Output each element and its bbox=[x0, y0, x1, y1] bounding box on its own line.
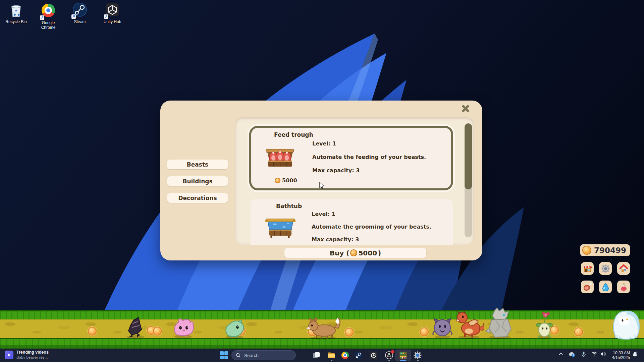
settings-button[interactable] bbox=[599, 262, 612, 275]
desktop-icon-label: Unity Hub bbox=[99, 19, 126, 24]
clock-time: 10:33 AM bbox=[606, 351, 630, 355]
creature-green-hatchling[interactable] bbox=[221, 316, 248, 339]
item-price: ✦ 5000 bbox=[275, 177, 297, 184]
steam-icon bbox=[72, 3, 88, 18]
chrome-button[interactable] bbox=[341, 351, 349, 359]
widgets-button[interactable]: Trending videos Baby beaver res... bbox=[5, 350, 49, 360]
ground-coin[interactable]: ✦ bbox=[345, 328, 354, 337]
coin-balance-value: 790499 bbox=[594, 246, 626, 255]
item-capacity: Max capacity: 3 bbox=[312, 167, 360, 174]
creature-shadow-bug[interactable] bbox=[123, 317, 148, 339]
buy-label-prefix: Buy ( bbox=[330, 249, 350, 257]
ground-coin[interactable]: ✦ bbox=[88, 327, 97, 336]
settings-app-button[interactable] bbox=[414, 351, 422, 359]
tab-buildings[interactable]: Buildings bbox=[167, 176, 228, 186]
desktop-icon-google-chrome[interactable]: Google Chrome bbox=[35, 3, 62, 30]
creature-flower-sprout[interactable] bbox=[535, 312, 554, 339]
task-view-button[interactable] bbox=[312, 351, 320, 359]
water-button[interactable] bbox=[599, 281, 612, 293]
food-button[interactable] bbox=[581, 281, 594, 293]
desktop-icon-recycle-bin[interactable]: Recycle Bin bbox=[3, 3, 30, 24]
obs-button[interactable] bbox=[385, 351, 393, 359]
taskbar bbox=[0, 349, 644, 362]
running-indicator bbox=[331, 360, 332, 361]
potion-icon bbox=[619, 283, 628, 292]
bell-sleep-icon: z bbox=[632, 351, 638, 358]
recycle-bin-icon bbox=[8, 3, 24, 18]
tray-chevron-up[interactable] bbox=[558, 351, 564, 358]
tab-decorations[interactable]: Decorations bbox=[167, 193, 228, 203]
creature-yeti[interactable] bbox=[610, 308, 643, 340]
shop-button[interactable] bbox=[581, 262, 594, 275]
coin-icon: ✦ bbox=[275, 178, 280, 183]
desktop-icon-steam[interactable]: Steam bbox=[66, 3, 93, 24]
home-button[interactable] bbox=[617, 262, 630, 275]
running-indicator bbox=[388, 360, 390, 361]
tray-volume[interactable] bbox=[600, 351, 606, 358]
beastkeepers-game-icon bbox=[399, 351, 407, 359]
ground-coin[interactable]: ✦ bbox=[153, 327, 162, 336]
coin-icon: ✦ bbox=[350, 249, 357, 256]
microphone-icon bbox=[581, 351, 586, 357]
steam-icon bbox=[355, 351, 363, 359]
tray-microphone[interactable] bbox=[581, 351, 586, 359]
clock-date: 4/15/2025 bbox=[606, 355, 630, 360]
item-level: Level: 1 bbox=[312, 211, 335, 217]
item-name: Feed trough bbox=[274, 131, 313, 138]
unity-hub-icon bbox=[105, 3, 120, 18]
chrome-icon bbox=[41, 4, 56, 19]
notification-dot bbox=[391, 350, 394, 354]
creature-fox[interactable] bbox=[305, 314, 344, 340]
mouse-cursor bbox=[319, 182, 325, 189]
task-view-icon bbox=[312, 351, 320, 359]
svg-text:z: z bbox=[636, 351, 638, 353]
desktop-icon-unity-hub[interactable]: Unity Hub bbox=[99, 3, 126, 24]
scrollbar-track[interactable] bbox=[465, 123, 472, 237]
settings-gear-icon bbox=[414, 351, 422, 359]
creature-rock-golem[interactable] bbox=[485, 308, 515, 339]
coin-icon: ✦ bbox=[582, 246, 591, 255]
tray-onedrive[interactable]: i bbox=[568, 351, 576, 359]
chrome-icon bbox=[341, 352, 349, 359]
item-level: Level: 1 bbox=[312, 140, 336, 147]
ground-coin[interactable]: ✦ bbox=[420, 327, 429, 336]
unity-hub-button[interactable] bbox=[370, 351, 378, 359]
wifi-icon bbox=[591, 351, 597, 357]
buy-amount: 5000 bbox=[358, 249, 377, 257]
close-icon bbox=[461, 104, 471, 114]
buy-button[interactable]: Buy ( ✦ 5000 ) bbox=[284, 248, 426, 258]
steam-button[interactable] bbox=[355, 351, 363, 359]
item-description: Automate the grooming of your beasts. bbox=[312, 224, 431, 230]
search-input[interactable] bbox=[244, 353, 288, 358]
item-name: Bathtub bbox=[276, 203, 302, 209]
buy-label-suffix: ) bbox=[378, 249, 381, 257]
start-button[interactable] bbox=[220, 351, 228, 359]
desktop-icon-label: Steam bbox=[66, 19, 93, 24]
taskbar-search[interactable] bbox=[231, 350, 296, 360]
home-icon bbox=[619, 264, 628, 273]
creature-red-dragon[interactable] bbox=[453, 311, 484, 339]
file-explorer-icon bbox=[327, 351, 335, 359]
taskbar-clock[interactable]: 10:33 AM 4/15/2025 bbox=[606, 351, 630, 360]
file-explorer-button[interactable] bbox=[327, 351, 335, 359]
ground-coin[interactable]: ✦ bbox=[574, 327, 583, 336]
coin-balance: ✦ 790499 bbox=[580, 244, 630, 256]
widget-subtitle: Baby beaver res... bbox=[16, 355, 49, 360]
unity-hub-icon bbox=[370, 351, 378, 359]
tray-wifi[interactable] bbox=[591, 351, 597, 358]
bathtub-image bbox=[265, 215, 297, 240]
tray-notifications[interactable]: z bbox=[632, 351, 638, 359]
beastkeepers-game-button[interactable] bbox=[399, 351, 407, 359]
chevron-up-icon bbox=[558, 351, 564, 357]
shop-item-bathtub[interactable]: Bathtub Level: 1 Automate the grooming o… bbox=[251, 199, 453, 245]
potion-button[interactable] bbox=[617, 281, 630, 293]
speaker-icon bbox=[600, 351, 606, 357]
search-icon bbox=[236, 353, 240, 358]
close-button[interactable] bbox=[459, 102, 472, 115]
creature-purple-bat[interactable] bbox=[431, 318, 453, 339]
scrollbar-thumb[interactable] bbox=[465, 123, 472, 189]
tab-beasts[interactable]: Beasts bbox=[167, 160, 228, 169]
shop-item-feed-trough[interactable]: Feed trough ✦ 5000 bbox=[249, 126, 453, 190]
item-capacity: Max capacity: 3 bbox=[312, 236, 359, 243]
creature-pink-blob[interactable] bbox=[169, 314, 197, 339]
